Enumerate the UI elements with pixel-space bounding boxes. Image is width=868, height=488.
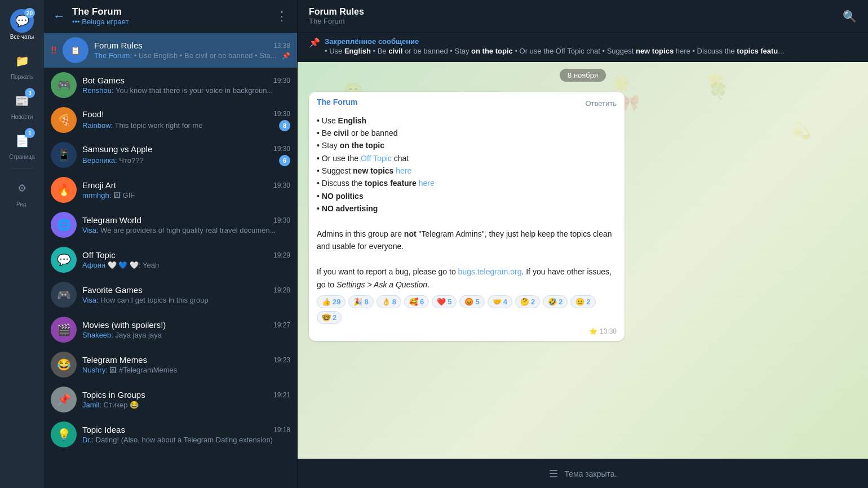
reaction-handshake[interactable]: 🤝 4 <box>488 295 512 308</box>
chat-item-telegram-memes[interactable]: 😂 Telegram Memes 19:23 Nushry: 🖼 #Telegr… <box>44 347 297 382</box>
settings-text: Settings > Ask a Question <box>336 280 427 289</box>
all-chats-badge: 20 <box>24 8 35 18</box>
chat-header-info: Forum Rules The Forum <box>309 7 836 25</box>
movies-sender: Shakeeb: <box>82 331 113 339</box>
chat-item-food[interactable]: 🍕 Food! 19:30 Rainbow: This topic work r… <box>44 103 297 137</box>
chat-list-items: ‼ 📋 Forum Rules 13:38 The Forum: • Use E… <box>44 33 297 488</box>
favorite-games-info: Favorite Games 19:28 Visa: How can I get… <box>82 285 290 304</box>
movies-time: 19:27 <box>273 321 290 329</box>
off-topic-sender: Афоня 🤍 💙 🤍 <box>82 261 139 269</box>
msg-line-8: • NO advertising <box>317 202 617 215</box>
bot-games-time: 19:30 <box>273 77 290 85</box>
reply-button[interactable]: Ответить <box>585 99 617 108</box>
movies-info: Movies (with spoilers!) 19:27 Shakeeb: J… <box>82 320 290 339</box>
msg-line-1: • Use English <box>317 114 617 127</box>
topics-feature-link[interactable]: here <box>419 179 435 188</box>
samsung-apple-name: Samsung vs Apple <box>82 144 152 154</box>
telegram-world-preview: Visa: We are providers of high quality r… <box>82 226 290 234</box>
reaction-love[interactable]: 🥰 6 <box>404 295 429 308</box>
forum-title-block: The Forum ••• Beluga играет <box>72 6 269 26</box>
reaction-angry[interactable]: 😡 5 <box>459 295 484 308</box>
telegram-memes-time: 19:23 <box>273 356 290 364</box>
chat-item-forum-rules[interactable]: ‼ 📋 Forum Rules 13:38 The Forum: • Use E… <box>44 33 297 68</box>
reaction-rofl[interactable]: 🤣 2 <box>543 295 568 308</box>
all-chats-label: Все чаты <box>10 34 34 40</box>
telegram-world-time: 19:30 <box>273 216 290 224</box>
back-button[interactable]: ← <box>53 9 65 24</box>
telegram-world-name: Telegram World <box>82 215 141 225</box>
forum-rules-preview: The Forum: • Use English • Be civil or b… <box>94 51 280 60</box>
forum-rules-avatar-icon: 📋 <box>70 46 80 55</box>
msg-line-5: • Suggest new topics here <box>317 165 617 177</box>
sidebar-item-news[interactable]: 📰 3 Новости <box>5 86 39 123</box>
movies-avatar: 🎬 <box>51 317 77 343</box>
chat-list-menu-button[interactable]: ⋮ <box>276 9 288 24</box>
message-body: • Use English • Be civil or be banned • … <box>317 114 617 291</box>
reaction-ok[interactable]: 👌 8 <box>377 295 401 308</box>
chat-item-emoji-art[interactable]: 🔥 Emoji Art 19:30 mrmhgh: 🖼 GIF <box>44 172 297 207</box>
off-topic-name: Off Topic <box>82 250 116 260</box>
forum-rules-preview-text: • Use English • Be civil or be banned • … <box>134 51 277 60</box>
topic-ideas-info: Topic Ideas 19:18 Dr.: Dating! (Also, ho… <box>82 425 290 444</box>
chat-item-topic-ideas[interactable]: 💡 Topic Ideas 19:18 Dr.: Dating! (Also, … <box>44 417 297 452</box>
new-topics-link[interactable]: here <box>396 166 411 175</box>
pinned-message-bar[interactable]: 📌 Закреплённое сообщение • Use English •… <box>298 33 868 62</box>
movies-preview: Shakeeb: Jaya jaya jaya <box>82 331 290 339</box>
off-topic-link[interactable]: Off Topic <box>361 154 392 163</box>
samsung-apple-preview: Вероника: Что??? <box>82 156 277 165</box>
sidebar-item-all-chats[interactable]: 💬 20 Все чаты <box>5 6 39 43</box>
reaction-nerd[interactable]: 🤓 2 <box>317 311 342 324</box>
chat-bottom-bar: ☰ Тема закрыта. <box>298 459 868 488</box>
topics-in-groups-sender: Jamil: <box>82 401 101 409</box>
topics-in-groups-info: Topics in Groups 19:21 Jamil: Стикер 😂 <box>82 390 290 409</box>
reaction-thinking[interactable]: 🤔 2 <box>515 295 540 308</box>
forum-rules-avatar: 📋 <box>63 37 88 63</box>
food-name: Food! <box>82 109 104 119</box>
forum-subtitle: ••• Beluga играет <box>72 17 269 26</box>
favorite-games-sender: Visa: <box>82 296 99 304</box>
bot-games-name: Bot Games <box>82 76 125 85</box>
msg-admin-text: Admins in this group are not "Telegram A… <box>317 228 617 253</box>
chat-item-bot-games[interactable]: 🎮 Bot Games 19:30 Renshou: You know that… <box>44 68 297 103</box>
chat-list-header: ← The Forum ••• Beluga играет ⋮ <box>44 0 297 33</box>
reaction-heart[interactable]: ❤️ 5 <box>432 295 457 308</box>
search-button[interactable]: 🔍 <box>843 10 857 23</box>
telegram-world-avatar: 🌐 <box>51 212 77 238</box>
chat-item-off-topic[interactable]: 💬 Off Topic 19:29 Афоня 🤍 💙 🤍: Yeah <box>44 242 297 277</box>
forum-rules-sender: The Forum: <box>94 51 132 60</box>
msg-line-4: • Or use the Off Topic chat <box>317 152 617 165</box>
main-chat: Forum Rules The Forum 🔍 📌 Закреплённое с… <box>298 0 868 488</box>
chat-item-movies[interactable]: 🎬 Movies (with spoilers!) 19:27 Shakeeb:… <box>44 312 297 347</box>
sidebar-item-archive[interactable]: 📁 Поржать <box>5 46 39 83</box>
bot-games-avatar: 🎮 <box>51 72 77 98</box>
chat-header-title: Forum Rules <box>309 7 836 17</box>
bug-link[interactable]: bugs.telegram.org <box>458 267 522 276</box>
topic-ideas-time: 19:18 <box>273 426 290 434</box>
chat-item-telegram-world[interactable]: 🌐 Telegram World 19:30 Visa: We are prov… <box>44 207 297 242</box>
reaction-neutral[interactable]: 😐 2 <box>570 295 595 308</box>
samsung-apple-unread: 6 <box>279 155 290 166</box>
reaction-thumbsup[interactable]: 👍 29 <box>317 295 346 308</box>
telegram-world-sender: Visa: <box>82 226 99 234</box>
emoji-art-info: Emoji Art 19:30 mrmhgh: 🖼 GIF <box>82 180 290 199</box>
topics-in-groups-preview: Jamil: Стикер 😂 <box>82 401 290 409</box>
favorite-games-preview: Visa: How can I get topics in this group <box>82 296 290 304</box>
sidebar-item-page[interactable]: 📄 1 Страница <box>5 126 39 163</box>
chat-item-topics-in-groups[interactable]: 📌 Topics in Groups 19:21 Jamil: Стикер 😂 <box>44 382 297 417</box>
chat-background: 😊 🎉 🌟 💫 🎈 ⭐ 🎀 🍀 8 ноября The Forum Ответ… <box>298 62 868 459</box>
off-topic-info: Off Topic 19:29 Афоня 🤍 💙 🤍: Yeah <box>82 250 290 269</box>
food-avatar: 🍕 <box>51 107 77 133</box>
bot-games-preview: Renshou: You know that there is your voi… <box>82 86 290 95</box>
bot-games-sender: Renshou: <box>82 86 114 95</box>
samsung-apple-avatar: 📱 <box>51 142 77 168</box>
msg-bug-text: If you want to report a bug, please go t… <box>317 265 617 291</box>
reaction-party[interactable]: 🎉 8 <box>348 295 373 308</box>
sidebar-item-edit[interactable]: ⚙ Ред. <box>5 173 39 211</box>
topic-list-icon: ☰ <box>549 468 558 480</box>
reactions-row: 👍 29 🎉 8 👌 8 🥰 6 ❤️ 5 😡 5 🤝 4 🤔 2 🤣 2 😐 … <box>317 295 617 324</box>
chat-item-favorite-games[interactable]: 🎮 Favorite Games 19:28 Visa: How can I g… <box>44 277 297 312</box>
chat-item-samsung-apple[interactable]: 📱 Samsung vs Apple 19:30 Вероника: Что??… <box>44 137 297 172</box>
pin-icon: 📌 <box>282 52 290 60</box>
food-sender: Rainbow: <box>82 121 113 130</box>
telegram-memes-name: Telegram Memes <box>82 355 147 365</box>
